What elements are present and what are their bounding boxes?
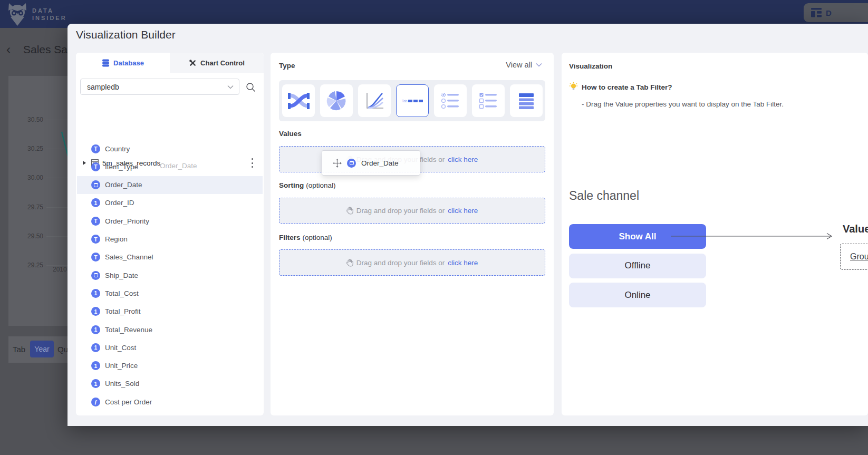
svg-text:Tab: Tab [402, 99, 408, 103]
text-field-icon: T [91, 217, 100, 226]
field-name: Ship_Date [105, 272, 138, 279]
brand-logo[interactable]: DATA INSIDER [7, 3, 67, 26]
dropzone-click-here-link[interactable]: click here [448, 259, 478, 267]
field-row[interactable]: ƒCost per Order [77, 393, 263, 411]
field-name: Order_Date [105, 181, 142, 189]
chart-type-strip: Tab [279, 80, 545, 121]
field-name: Order_Priority [105, 217, 149, 225]
move-icon [333, 159, 342, 168]
annotation-group-link[interactable]: Group [850, 252, 868, 262]
radio-list-chart-icon[interactable] [434, 84, 467, 117]
page-title: Sales Sa [23, 43, 67, 56]
tab-chart-control[interactable]: Chart Control [170, 53, 264, 73]
view-all-dropdown[interactable]: View all [506, 61, 542, 69]
background-line-chart: 30.5030.2530.0029.7529.5029.25 2010 [8, 76, 67, 326]
number-field-icon: 1 [91, 325, 100, 334]
number-field-icon: 1 [91, 361, 100, 370]
field-name: Total_Cost [105, 289, 139, 297]
x-axis-tick: 2010 [53, 266, 67, 273]
field-row[interactable]: 1Total_Revenue [77, 321, 263, 338]
dropzone-click-here-link[interactable]: click here [448, 156, 478, 163]
year-filter-button[interactable]: Year [30, 341, 54, 357]
field-row[interactable]: TOrder_Priority [77, 212, 263, 230]
dashboard-button-label: D [826, 8, 832, 17]
field-name: Region [105, 235, 128, 243]
field-name: Unit_Cost [105, 344, 136, 352]
field-row[interactable]: TCountry [77, 140, 263, 158]
visualization-header: Visualization [569, 62, 612, 70]
date-field-icon [91, 180, 100, 189]
dropzone-text: Drag and drop your fields or [356, 259, 445, 267]
tools-icon [189, 59, 197, 67]
field-name: Country [105, 145, 130, 153]
background-tab-filter: Tab Year Qu [8, 336, 67, 363]
pie-chart-icon[interactable] [320, 84, 353, 117]
search-icon[interactable] [246, 82, 256, 92]
field-row[interactable]: 1Unit_Price [77, 357, 263, 375]
lightbulb-icon [569, 82, 578, 91]
function-field-icon: ƒ [91, 398, 100, 406]
field-name: Total_Profit [105, 307, 141, 315]
drag-ghost-label: Order_Date [160, 162, 197, 170]
chevron-down-icon [227, 85, 234, 89]
number-field-icon: 1 [91, 198, 100, 207]
checkbox-list-chart-icon[interactable] [472, 84, 505, 117]
field-name: Total_Revenue [105, 326, 152, 334]
field-name: Units_Sold [105, 380, 139, 388]
database-panel: Database Chart Control sampledb [76, 53, 264, 415]
builder-panel: Type View all [271, 53, 554, 415]
back-chevron-icon[interactable]: ‹ [6, 42, 11, 57]
line-chart-icon[interactable] [358, 84, 391, 117]
drag-chip-label: Order_Date [361, 159, 399, 167]
date-field-icon [347, 159, 356, 168]
field-name: Item_Type [105, 163, 138, 171]
sorting-dropzone[interactable]: Drag and drop your fields or click here [279, 198, 545, 224]
field-row[interactable]: TRegion [77, 230, 263, 248]
owl-logo-icon [7, 3, 27, 26]
tab-database[interactable]: Database [76, 53, 170, 73]
chevron-down-icon [536, 63, 542, 67]
values-section-label: Values [279, 130, 302, 138]
screen: ‹ Sales Sa 30.5030.2530.0029.7529.5029.2… [0, 0, 868, 455]
dashboard-button[interactable]: D [804, 3, 868, 22]
drag-hand-icon [346, 259, 353, 267]
number-field-icon: 1 [91, 379, 100, 388]
field-row[interactable]: 1Total_Cost [77, 284, 263, 302]
field-row[interactable]: Ship_Date [77, 266, 263, 284]
sorting-section-label: Sorting(optional) [279, 181, 336, 189]
modal-title: Visualization Builder [76, 28, 176, 41]
field-name: Sales_Channel [105, 253, 153, 261]
field-row[interactable]: 1Units_Sold [77, 375, 263, 393]
filter-label: Tab [13, 345, 25, 354]
type-section-label: Type [279, 62, 295, 70]
tab-filter-chart-icon[interactable]: Tab [396, 84, 429, 117]
dragged-field-chip[interactable]: Order_Date [322, 150, 420, 176]
text-field-icon: T [91, 235, 100, 244]
field-row[interactable]: 1Order_ID [77, 194, 263, 212]
field-row[interactable]: 1Total_Profit [77, 303, 263, 321]
channel-button-offline[interactable]: Offline [569, 254, 706, 278]
visualization-builder-modal: Visualization Builder Database [67, 24, 868, 426]
filters-dropzone[interactable]: Drag and drop your fields or click here [279, 249, 545, 276]
date-field-icon [91, 271, 100, 280]
tip-body: - Drag the Value properties you want to … [582, 100, 784, 108]
database-select-value: sampledb [87, 83, 119, 91]
field-row[interactable]: TSales_Channel [77, 248, 263, 266]
quarter-filter-button[interactable]: Qu [57, 345, 67, 354]
dashboard-grid-icon [811, 8, 822, 17]
dropzone-click-here-link[interactable]: click here [448, 207, 478, 215]
left-panel-tabs: Database Chart Control [76, 53, 264, 73]
sankey-chart-icon[interactable] [282, 84, 315, 117]
view-all-label: View all [506, 61, 532, 69]
tab-database-label: Database [113, 59, 144, 67]
drag-hand-icon [346, 207, 353, 215]
field-row[interactable]: 1Unit_Cost [77, 338, 263, 356]
field-name: Unit_Price [105, 362, 138, 370]
tip-title: How to create a Tab Filter? [582, 83, 672, 91]
field-row[interactable]: Order_Date [77, 176, 263, 194]
channel-button-online[interactable]: Online [569, 283, 706, 307]
dropdown-list-chart-icon[interactable] [510, 84, 543, 117]
database-select[interactable]: sampledb [80, 79, 239, 95]
preview-chart-title: Sale channel [569, 189, 639, 203]
filters-section-label: Filters(optional) [279, 234, 332, 241]
